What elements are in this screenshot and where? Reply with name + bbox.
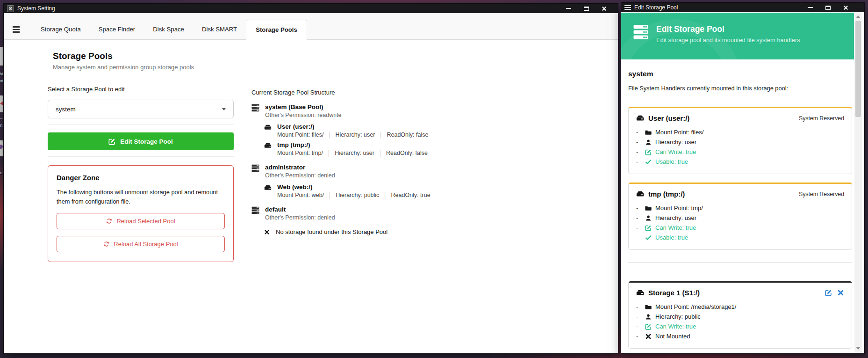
reload-all-storage-pool-button[interactable]: Reload All Storage Pool — [57, 236, 225, 252]
edit-icon — [108, 138, 115, 145]
minimize-button[interactable] — [807, 4, 813, 11]
gear-icon: ⚙ — [7, 5, 14, 12]
x-icon — [645, 333, 652, 340]
system-setting-window: ⚙ System Setting Storage Quota Space Fin… — [4, 4, 618, 353]
hdd-icon — [264, 124, 272, 131]
server-icon — [251, 164, 259, 172]
system-reserved-badge: System Reserved — [799, 191, 844, 197]
storage-pool-select[interactable]: system — [48, 100, 234, 118]
scroll-down-icon[interactable] — [856, 347, 861, 350]
edit-icon — [645, 323, 652, 330]
minimize-button[interactable] — [565, 5, 572, 12]
pool-edit-column: Select a Storage Pool to edit system Edi… — [48, 86, 234, 262]
storage-details: Mount Point: files/Hierarchy: userReadOn… — [277, 132, 428, 138]
folder-icon — [645, 129, 652, 136]
desktop-icon[interactable] — [0, 140, 3, 156]
pool-name: default — [265, 206, 335, 213]
select-pool-label: Select a Storage Pool to edit — [48, 86, 234, 93]
desktop-icon[interactable] — [0, 95, 3, 112]
storage-name: Web (web:/) — [277, 183, 430, 190]
edit-icon — [645, 225, 652, 231]
remove-handler-button[interactable] — [837, 289, 844, 296]
handler-card-tmp: tmp (tmp:/) System Reserved Mount Point:… — [628, 183, 852, 250]
handler-detail-row: Mount Point: /media/storage1/ — [636, 302, 844, 312]
folder-icon — [645, 304, 652, 310]
pool-structure-column: Current Storage Pool Structure system (B… — [251, 89, 532, 235]
user-icon — [645, 314, 652, 320]
server-icon — [251, 206, 259, 214]
window-controls — [807, 4, 861, 11]
handler-detail-row: Can Write: true — [636, 147, 844, 157]
refresh-icon — [103, 241, 109, 247]
handler-name: tmp (tmp:/) — [648, 190, 685, 198]
storage-name: tmp (tmp:/) — [277, 141, 428, 148]
pool-permission: Other's Permission: readwrite — [265, 112, 342, 118]
hdd-icon — [264, 142, 272, 149]
storage-name: User (user:/) — [277, 123, 428, 130]
empty-pool-message: No storage found under this Storage Pool — [264, 228, 532, 235]
handler-detail-row: Usable: true — [636, 157, 844, 167]
desktop-icon-label: ~ — [0, 117, 3, 121]
storage-node-web: Web (web:/) Mount Point: web/Hierarchy: … — [264, 183, 532, 198]
structure-label: Current Storage Pool Structure — [251, 89, 532, 96]
hdd-icon — [636, 190, 644, 198]
hamburger-menu-button[interactable] — [7, 20, 24, 39]
handler-detail-row: Mount Point: files/ — [636, 127, 844, 137]
divider — [48, 124, 234, 125]
edit-storage-pool-button[interactable]: Edit Storage Pool — [48, 132, 234, 150]
pool-permission: Other's Permission: denied — [265, 214, 335, 221]
edit-pool-titlebar[interactable]: Edit Storage Pool — [621, 3, 864, 12]
pool-node-administrator: administrator Other's Permission: denied… — [251, 164, 532, 198]
tab-storage-pools[interactable]: Storage Pools — [246, 20, 307, 40]
edit-storage-pool-window: Edit Storage Pool Edit Storage Pool Edit… — [621, 3, 864, 353]
divider — [628, 98, 852, 98]
check-icon — [645, 159, 652, 165]
user-icon — [645, 139, 652, 146]
desktop-icon[interactable] — [0, 47, 3, 66]
pool-node-system: system (Base Pool) Other's Permission: r… — [251, 103, 532, 156]
storage-details: Mount Point: web/Hierarchy: publicReadOn… — [277, 192, 430, 198]
handler-detail-row: Hierarchy: user — [636, 213, 844, 223]
handler-detail-row: Hierarchy: user — [636, 137, 844, 147]
handler-detail-row: Usable: true — [636, 233, 844, 242]
check-icon — [645, 234, 652, 241]
tab-disk-smart[interactable]: Disk SMART — [193, 19, 246, 39]
scroll-up-icon[interactable] — [856, 15, 861, 18]
tab-disk-space[interactable]: Disk Space — [144, 19, 193, 39]
handlers-label: File System Handlers currently mounted i… — [628, 85, 852, 92]
scrollbar[interactable] — [854, 13, 862, 352]
storage-node-tmp: tmp (tmp:/) Mount Point: tmp/Hierarchy: … — [264, 141, 532, 156]
tab-space-finder[interactable]: Space Finder — [90, 19, 144, 39]
hdd-icon — [264, 184, 272, 191]
pool-node-default: default Other's Permission: denied No st… — [251, 206, 532, 235]
desktop-icon-label: n. — [0, 123, 4, 128]
tab-bar: Storage Quota Space Finder Disk Space Di… — [4, 13, 618, 40]
handler-detail-row: Mount Point: tmp/ — [636, 203, 844, 213]
scrollbar-thumb[interactable] — [855, 21, 861, 117]
folder-icon — [645, 205, 652, 212]
handler-detail-row: Can Write: true — [636, 321, 844, 331]
reload-selected-pool-button[interactable]: Reload Selected Pool — [57, 213, 225, 229]
pool-name: system (Base Pool) — [265, 103, 342, 110]
maximize-button[interactable] — [583, 5, 589, 12]
handler-detail-row: Can Write: true — [636, 223, 844, 233]
selected-pool-value: system — [56, 106, 76, 113]
desktop-icon-label: xt — [0, 79, 3, 83]
handler-detail-row: Hierarchy: public — [636, 312, 844, 321]
tab-storage-quota[interactable]: Storage Quota — [32, 19, 90, 39]
divider — [628, 262, 852, 263]
edit-handler-button[interactable] — [825, 289, 832, 296]
system-setting-titlebar[interactable]: ⚙ System Setting — [4, 4, 618, 13]
storage-node-user: User (user:/) Mount Point: files/Hierarc… — [264, 123, 532, 138]
maximize-button[interactable] — [825, 4, 831, 11]
danger-zone-description: The following buttons will unmount stora… — [57, 188, 225, 206]
handler-detail-row: Not Mounted — [636, 331, 844, 341]
banner-subtitle: Edit storage pool and its mounted file s… — [656, 37, 800, 44]
close-button[interactable] — [842, 4, 849, 11]
handler-card-user: User (user:/) System Reserved Mount Poin… — [628, 107, 852, 174]
window-title: System Setting — [17, 5, 55, 12]
banner-title: Edit Storage Pool — [656, 24, 800, 34]
tabs: Storage Quota Space Finder Disk Space Di… — [32, 19, 307, 39]
x-icon — [264, 229, 270, 235]
close-button[interactable] — [601, 5, 607, 12]
